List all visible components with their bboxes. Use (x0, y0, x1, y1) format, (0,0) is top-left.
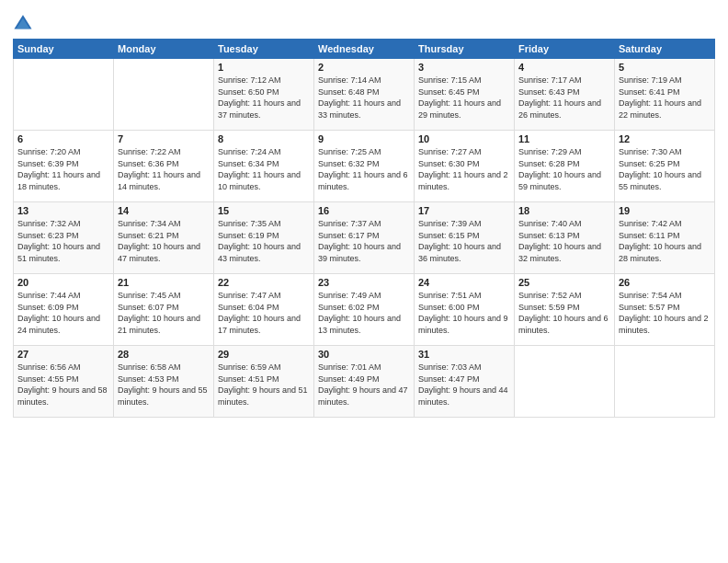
cell-content: Sunrise: 7:35 AMSunset: 6:19 PMDaylight:… (218, 218, 310, 264)
cell-content: Sunrise: 7:37 AMSunset: 6:17 PMDaylight:… (318, 218, 410, 264)
day-number: 2 (318, 62, 410, 73)
cell-content: Sunrise: 7:51 AMSunset: 6:00 PMDaylight:… (418, 290, 510, 336)
calendar-cell: 12Sunrise: 7:30 AMSunset: 6:25 PMDayligh… (615, 131, 715, 202)
header-day: Wednesday (314, 40, 415, 59)
day-number: 7 (118, 133, 210, 144)
calendar-cell (14, 59, 114, 131)
day-number: 1 (218, 62, 310, 73)
cell-content: Sunrise: 7:45 AMSunset: 6:07 PMDaylight:… (118, 290, 210, 336)
header-day: Sunday (14, 40, 114, 59)
header (13, 9, 715, 33)
cell-content: Sunrise: 7:52 AMSunset: 5:59 PMDaylight:… (518, 290, 610, 336)
calendar-cell: 25Sunrise: 7:52 AMSunset: 5:59 PMDayligh… (515, 274, 615, 346)
calendar-cell (114, 59, 214, 131)
calendar-cell (515, 346, 615, 418)
calendar-cell: 19Sunrise: 7:42 AMSunset: 6:11 PMDayligh… (615, 202, 715, 274)
cell-content: Sunrise: 7:19 AMSunset: 6:41 PMDaylight:… (619, 75, 711, 121)
calendar-cell: 27Sunrise: 6:56 AMSunset: 4:55 PMDayligh… (14, 346, 114, 418)
cell-content: Sunrise: 6:56 AMSunset: 4:55 PMDaylight:… (17, 362, 109, 408)
calendar-cell: 4Sunrise: 7:17 AMSunset: 6:43 PMDaylight… (515, 59, 615, 131)
day-number: 25 (518, 277, 610, 288)
day-number: 19 (619, 205, 711, 216)
day-number: 8 (218, 133, 310, 144)
cell-content: Sunrise: 7:22 AMSunset: 6:36 PMDaylight:… (118, 146, 210, 192)
day-number: 24 (418, 277, 510, 288)
calendar-week-row: 20Sunrise: 7:44 AMSunset: 6:09 PMDayligh… (14, 274, 715, 346)
header-row: SundayMondayTuesdayWednesdayThursdayFrid… (14, 40, 715, 59)
cell-content: Sunrise: 7:32 AMSunset: 6:23 PMDaylight:… (17, 218, 109, 264)
calendar-cell: 14Sunrise: 7:34 AMSunset: 6:21 PMDayligh… (114, 202, 214, 274)
calendar-week-row: 6Sunrise: 7:20 AMSunset: 6:39 PMDaylight… (14, 131, 715, 202)
cell-content: Sunrise: 7:44 AMSunset: 6:09 PMDaylight:… (17, 290, 109, 336)
calendar-cell (615, 346, 715, 418)
day-number: 22 (218, 277, 310, 288)
calendar-cell: 16Sunrise: 7:37 AMSunset: 6:17 PMDayligh… (314, 202, 415, 274)
cell-content: Sunrise: 7:17 AMSunset: 6:43 PMDaylight:… (518, 75, 610, 121)
calendar-cell: 8Sunrise: 7:24 AMSunset: 6:34 PMDaylight… (214, 131, 314, 202)
cell-content: Sunrise: 7:14 AMSunset: 6:48 PMDaylight:… (318, 75, 410, 121)
calendar-cell: 17Sunrise: 7:39 AMSunset: 6:15 PMDayligh… (415, 202, 515, 274)
day-number: 12 (619, 133, 711, 144)
day-number: 23 (318, 277, 410, 288)
day-number: 13 (17, 205, 109, 216)
cell-content: Sunrise: 6:58 AMSunset: 4:53 PMDaylight:… (118, 362, 210, 408)
day-number: 16 (318, 205, 410, 216)
cell-content: Sunrise: 7:27 AMSunset: 6:30 PMDaylight:… (418, 146, 510, 192)
calendar-cell: 20Sunrise: 7:44 AMSunset: 6:09 PMDayligh… (14, 274, 114, 346)
day-number: 17 (418, 205, 510, 216)
calendar-cell: 23Sunrise: 7:49 AMSunset: 6:02 PMDayligh… (314, 274, 415, 346)
cell-content: Sunrise: 7:20 AMSunset: 6:39 PMDaylight:… (17, 146, 109, 192)
calendar-cell: 26Sunrise: 7:54 AMSunset: 5:57 PMDayligh… (615, 274, 715, 346)
day-number: 11 (518, 133, 610, 144)
calendar-cell: 6Sunrise: 7:20 AMSunset: 6:39 PMDaylight… (14, 131, 114, 202)
cell-content: Sunrise: 7:15 AMSunset: 6:45 PMDaylight:… (418, 75, 510, 121)
header-day: Thursday (415, 40, 515, 59)
calendar-week-row: 1Sunrise: 7:12 AMSunset: 6:50 PMDaylight… (14, 59, 715, 131)
day-number: 9 (318, 133, 410, 144)
header-day: Monday (114, 40, 214, 59)
cell-content: Sunrise: 7:03 AMSunset: 4:47 PMDaylight:… (418, 362, 510, 408)
cell-content: Sunrise: 7:24 AMSunset: 6:34 PMDaylight:… (218, 146, 310, 192)
cell-content: Sunrise: 7:34 AMSunset: 6:21 PMDaylight:… (118, 218, 210, 264)
cell-content: Sunrise: 7:39 AMSunset: 6:15 PMDaylight:… (418, 218, 510, 264)
day-number: 5 (619, 62, 711, 73)
calendar-cell: 24Sunrise: 7:51 AMSunset: 6:00 PMDayligh… (415, 274, 515, 346)
logo (13, 13, 35, 33)
calendar-cell: 15Sunrise: 7:35 AMSunset: 6:19 PMDayligh… (214, 202, 314, 274)
header-day: Saturday (615, 40, 715, 59)
day-number: 31 (418, 349, 510, 360)
cell-content: Sunrise: 7:42 AMSunset: 6:11 PMDaylight:… (619, 218, 711, 264)
cell-content: Sunrise: 7:12 AMSunset: 6:50 PMDaylight:… (218, 75, 310, 121)
calendar-cell: 18Sunrise: 7:40 AMSunset: 6:13 PMDayligh… (515, 202, 615, 274)
calendar-cell: 29Sunrise: 6:59 AMSunset: 4:51 PMDayligh… (214, 346, 314, 418)
cell-content: Sunrise: 7:25 AMSunset: 6:32 PMDaylight:… (318, 146, 410, 192)
cell-content: Sunrise: 7:40 AMSunset: 6:13 PMDaylight:… (518, 218, 610, 264)
calendar-cell: 28Sunrise: 6:58 AMSunset: 4:53 PMDayligh… (114, 346, 214, 418)
calendar-cell: 11Sunrise: 7:29 AMSunset: 6:28 PMDayligh… (515, 131, 615, 202)
calendar-cell: 3Sunrise: 7:15 AMSunset: 6:45 PMDaylight… (415, 59, 515, 131)
header-day: Friday (515, 40, 615, 59)
day-number: 29 (218, 349, 310, 360)
calendar-cell: 31Sunrise: 7:03 AMSunset: 4:47 PMDayligh… (415, 346, 515, 418)
day-number: 28 (118, 349, 210, 360)
calendar-table: SundayMondayTuesdayWednesdayThursdayFrid… (13, 39, 715, 418)
day-number: 26 (619, 277, 711, 288)
day-number: 4 (518, 62, 610, 73)
day-number: 14 (118, 205, 210, 216)
day-number: 18 (518, 205, 610, 216)
day-number: 21 (118, 277, 210, 288)
logo-icon (13, 13, 33, 33)
calendar-cell: 22Sunrise: 7:47 AMSunset: 6:04 PMDayligh… (214, 274, 314, 346)
day-number: 10 (418, 133, 510, 144)
calendar-cell: 30Sunrise: 7:01 AMSunset: 4:49 PMDayligh… (314, 346, 415, 418)
page-container: SundayMondayTuesdayWednesdayThursdayFrid… (0, 0, 728, 563)
calendar-week-row: 13Sunrise: 7:32 AMSunset: 6:23 PMDayligh… (14, 202, 715, 274)
calendar-cell: 9Sunrise: 7:25 AMSunset: 6:32 PMDaylight… (314, 131, 415, 202)
day-number: 15 (218, 205, 310, 216)
day-number: 6 (17, 133, 109, 144)
day-number: 30 (318, 349, 410, 360)
calendar-cell: 5Sunrise: 7:19 AMSunset: 6:41 PMDaylight… (615, 59, 715, 131)
day-number: 20 (17, 277, 109, 288)
cell-content: Sunrise: 7:01 AMSunset: 4:49 PMDaylight:… (318, 362, 410, 408)
cell-content: Sunrise: 7:29 AMSunset: 6:28 PMDaylight:… (518, 146, 610, 192)
